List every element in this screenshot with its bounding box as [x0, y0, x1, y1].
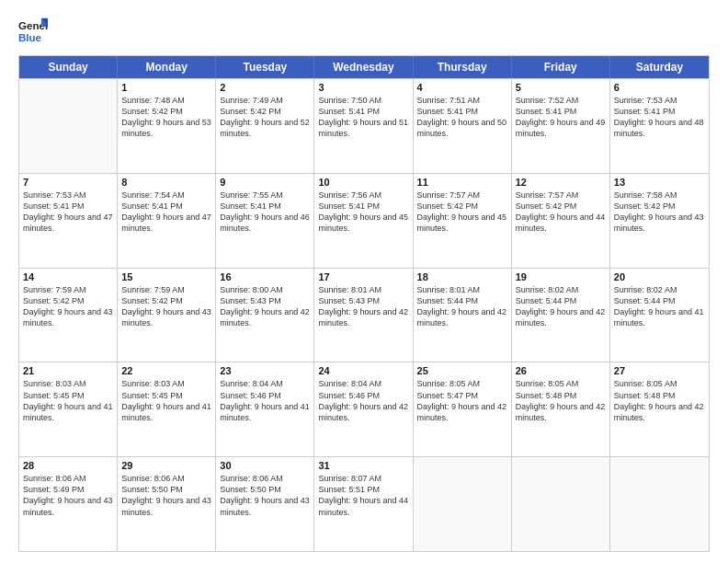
cal-cell-day-16: 16Sunrise: 8:00 AM Sunset: 5:43 PM Dayli… [216, 269, 314, 362]
cal-cell-day-10: 10Sunrise: 7:56 AM Sunset: 5:41 PM Dayli… [314, 174, 413, 268]
cell-info: Sunrise: 7:56 AM Sunset: 5:41 PM Dayligh… [318, 190, 408, 235]
day-number: 28 [23, 460, 113, 471]
day-number: 23 [220, 365, 310, 376]
day-number: 2 [220, 82, 310, 93]
header-day-tuesday: Tuesday [216, 56, 314, 78]
cell-info: Sunrise: 8:02 AM Sunset: 5:44 PM Dayligh… [516, 284, 606, 329]
cal-cell-day-30: 30Sunrise: 8:06 AM Sunset: 5:50 PM Dayli… [216, 457, 314, 551]
cell-info: Sunrise: 8:06 AM Sunset: 5:50 PM Dayligh… [121, 473, 211, 518]
cell-info: Sunrise: 7:53 AM Sunset: 5:41 PM Dayligh… [614, 95, 705, 140]
cal-cell-day-22: 22Sunrise: 8:03 AM Sunset: 5:45 PM Dayli… [118, 362, 216, 456]
day-number: 8 [121, 177, 211, 188]
cal-cell-day-26: 26Sunrise: 8:05 AM Sunset: 5:48 PM Dayli… [512, 362, 610, 456]
cal-cell-day-18: 18Sunrise: 8:01 AM Sunset: 5:44 PM Dayli… [414, 269, 512, 362]
cal-cell-day-6: 6Sunrise: 7:53 AM Sunset: 5:41 PM Daylig… [610, 79, 709, 173]
day-number: 5 [516, 82, 606, 93]
cal-cell-day-5: 5Sunrise: 7:52 AM Sunset: 5:41 PM Daylig… [512, 79, 610, 173]
cal-cell-day-1: 1Sunrise: 7:48 AM Sunset: 5:42 PM Daylig… [118, 79, 216, 173]
day-number: 27 [614, 365, 705, 376]
day-number: 29 [121, 460, 211, 471]
cell-info: Sunrise: 8:01 AM Sunset: 5:43 PM Dayligh… [318, 284, 408, 329]
day-number: 7 [23, 177, 113, 188]
cell-info: Sunrise: 8:05 AM Sunset: 5:48 PM Dayligh… [516, 378, 606, 423]
svg-text:Blue: Blue [18, 32, 42, 43]
cal-cell-day-29: 29Sunrise: 8:06 AM Sunset: 5:50 PM Dayli… [118, 457, 216, 551]
cell-info: Sunrise: 7:59 AM Sunset: 5:42 PM Dayligh… [23, 284, 113, 329]
cell-info: Sunrise: 8:07 AM Sunset: 5:51 PM Dayligh… [318, 473, 408, 518]
cell-info: Sunrise: 8:06 AM Sunset: 5:49 PM Dayligh… [23, 473, 113, 518]
day-number: 9 [220, 177, 310, 188]
cal-cell-day-14: 14Sunrise: 7:59 AM Sunset: 5:42 PM Dayli… [19, 269, 118, 362]
cell-info: Sunrise: 7:57 AM Sunset: 5:42 PM Dayligh… [516, 190, 606, 235]
day-number: 11 [417, 177, 507, 188]
cal-cell-day-27: 27Sunrise: 8:05 AM Sunset: 5:48 PM Dayli… [610, 362, 709, 456]
day-number: 4 [417, 82, 507, 93]
day-number: 26 [516, 365, 606, 376]
day-number: 21 [23, 365, 113, 376]
day-number: 13 [614, 177, 705, 188]
cell-info: Sunrise: 7:58 AM Sunset: 5:42 PM Dayligh… [614, 190, 705, 235]
calendar: SundayMondayTuesdayWednesdayThursdayFrid… [18, 55, 710, 552]
cell-info: Sunrise: 7:54 AM Sunset: 5:41 PM Dayligh… [121, 190, 211, 235]
cell-info: Sunrise: 7:49 AM Sunset: 5:42 PM Dayligh… [220, 95, 310, 140]
cal-cell-day-19: 19Sunrise: 8:02 AM Sunset: 5:44 PM Dayli… [512, 269, 610, 362]
cal-cell-day-23: 23Sunrise: 8:04 AM Sunset: 5:46 PM Dayli… [216, 362, 314, 456]
day-number: 18 [417, 271, 507, 282]
cell-info: Sunrise: 8:00 AM Sunset: 5:43 PM Dayligh… [220, 284, 310, 329]
cell-info: Sunrise: 7:59 AM Sunset: 5:42 PM Dayligh… [121, 284, 211, 329]
cal-cell-day-9: 9Sunrise: 7:55 AM Sunset: 5:41 PM Daylig… [216, 174, 314, 268]
calendar-body: 1Sunrise: 7:48 AM Sunset: 5:42 PM Daylig… [19, 78, 709, 551]
day-number: 1 [121, 82, 211, 93]
cal-cell-day-4: 4Sunrise: 7:51 AM Sunset: 5:41 PM Daylig… [414, 79, 512, 173]
calendar-week-1: 1Sunrise: 7:48 AM Sunset: 5:42 PM Daylig… [19, 78, 709, 173]
day-number: 22 [121, 365, 211, 376]
day-number: 20 [614, 271, 705, 282]
cell-info: Sunrise: 8:04 AM Sunset: 5:46 PM Dayligh… [318, 378, 408, 423]
cal-cell-day-8: 8Sunrise: 7:54 AM Sunset: 5:41 PM Daylig… [118, 174, 216, 268]
day-number: 24 [318, 365, 408, 376]
logo-icon: General Blue [18, 17, 48, 46]
cell-info: Sunrise: 7:51 AM Sunset: 5:41 PM Dayligh… [417, 95, 507, 140]
day-number: 31 [318, 460, 408, 471]
cell-info: Sunrise: 8:05 AM Sunset: 5:47 PM Dayligh… [417, 378, 507, 423]
cal-cell-empty [414, 457, 512, 551]
cell-info: Sunrise: 7:55 AM Sunset: 5:41 PM Dayligh… [220, 190, 310, 235]
day-number: 15 [121, 271, 211, 282]
cal-cell-day-15: 15Sunrise: 7:59 AM Sunset: 5:42 PM Dayli… [118, 269, 216, 362]
day-number: 16 [220, 271, 310, 282]
cal-cell-empty [512, 457, 610, 551]
cal-cell-day-25: 25Sunrise: 8:05 AM Sunset: 5:47 PM Dayli… [414, 362, 512, 456]
cal-cell-day-2: 2Sunrise: 7:49 AM Sunset: 5:42 PM Daylig… [216, 79, 314, 173]
logo: General Blue [18, 17, 51, 46]
header: General Blue [18, 17, 710, 46]
cell-info: Sunrise: 8:02 AM Sunset: 5:44 PM Dayligh… [614, 284, 705, 329]
header-day-wednesday: Wednesday [314, 56, 413, 78]
cell-info: Sunrise: 7:53 AM Sunset: 5:41 PM Dayligh… [23, 190, 113, 235]
day-number: 19 [516, 271, 606, 282]
cell-info: Sunrise: 7:52 AM Sunset: 5:41 PM Dayligh… [516, 95, 606, 140]
header-day-sunday: Sunday [19, 56, 118, 78]
cal-cell-day-11: 11Sunrise: 7:57 AM Sunset: 5:42 PM Dayli… [414, 174, 512, 268]
calendar-week-4: 21Sunrise: 8:03 AM Sunset: 5:45 PM Dayli… [19, 362, 709, 456]
cell-info: Sunrise: 8:03 AM Sunset: 5:45 PM Dayligh… [121, 378, 211, 423]
cell-info: Sunrise: 7:48 AM Sunset: 5:42 PM Dayligh… [121, 95, 211, 140]
calendar-week-2: 7Sunrise: 7:53 AM Sunset: 5:41 PM Daylig… [19, 173, 709, 268]
cal-cell-day-7: 7Sunrise: 7:53 AM Sunset: 5:41 PM Daylig… [19, 174, 118, 268]
header-day-thursday: Thursday [414, 56, 512, 78]
cal-cell-day-21: 21Sunrise: 8:03 AM Sunset: 5:45 PM Dayli… [19, 362, 118, 456]
page: General Blue SundayMondayTuesdayWednesda… [0, 0, 728, 563]
day-number: 6 [614, 82, 705, 93]
day-number: 30 [220, 460, 310, 471]
cal-cell-empty [610, 457, 709, 551]
cal-cell-day-31: 31Sunrise: 8:07 AM Sunset: 5:51 PM Dayli… [314, 457, 413, 551]
calendar-week-5: 28Sunrise: 8:06 AM Sunset: 5:49 PM Dayli… [19, 456, 709, 551]
cal-cell-day-20: 20Sunrise: 8:02 AM Sunset: 5:44 PM Dayli… [610, 269, 709, 362]
cell-info: Sunrise: 7:50 AM Sunset: 5:41 PM Dayligh… [318, 95, 408, 140]
day-number: 17 [318, 271, 408, 282]
cell-info: Sunrise: 8:06 AM Sunset: 5:50 PM Dayligh… [220, 473, 310, 518]
cal-cell-day-12: 12Sunrise: 7:57 AM Sunset: 5:42 PM Dayli… [512, 174, 610, 268]
header-day-saturday: Saturday [610, 56, 709, 78]
cal-cell-day-17: 17Sunrise: 8:01 AM Sunset: 5:43 PM Dayli… [314, 269, 413, 362]
cell-info: Sunrise: 8:01 AM Sunset: 5:44 PM Dayligh… [417, 284, 507, 329]
cell-info: Sunrise: 7:57 AM Sunset: 5:42 PM Dayligh… [417, 190, 507, 235]
